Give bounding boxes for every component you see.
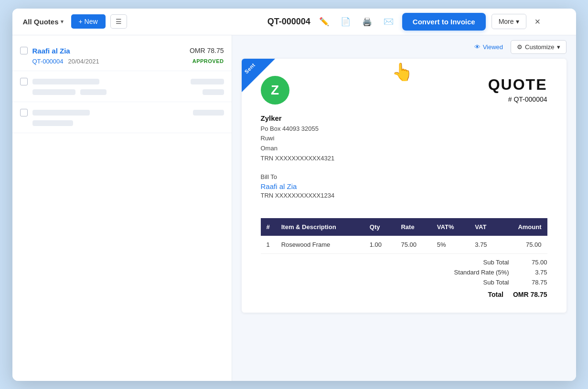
viewed-label: Viewed [483, 43, 503, 51]
standard-rate-label: Standard Rate (5%) [433, 269, 509, 276]
pdf-icon: 📄 [341, 17, 351, 26]
list-item-row2: QT-000004 20/04/2021 APPROVED [20, 58, 224, 65]
quote-amount: OMR 78.75 [190, 47, 224, 54]
row-qty: 1.00 [364, 236, 396, 254]
skeleton-ref [32, 120, 73, 126]
hamburger-icon: ☰ [116, 18, 122, 25]
col-rate: Rate [395, 218, 431, 236]
chevron-down-icon: ▾ [61, 19, 64, 25]
customize-label: Customize [525, 43, 554, 51]
list-item-row1: Raafi al Zia OMR 78.75 [20, 47, 224, 55]
right-panel-header: 👁 Viewed ⚙ Customize ▾ [232, 35, 576, 59]
sub-total-label: Sub Total [433, 259, 509, 266]
chevron-down-icon: ▾ [557, 43, 560, 51]
quote-ref: QT-000004 [32, 58, 64, 65]
viewed-link[interactable]: 👁 Viewed [474, 43, 503, 51]
print-icon: 🖨️ [362, 17, 372, 26]
skeleton-amount [193, 110, 224, 116]
skeleton-amount [191, 79, 224, 84]
app-window: All Quotes ▾ + New ☰ QT-000004 ✏️ 📄 🖨️ ✉… [12, 9, 576, 381]
table-row: 1 Rosewood Frame 1.00 75.00 5% 3.75 75.0… [261, 236, 547, 254]
more-label: More [499, 18, 514, 25]
top-bar: All Quotes ▾ + New ☰ QT-000004 ✏️ 📄 🖨️ ✉… [12, 9, 576, 35]
top-bar-center: QT-000004 ✏️ 📄 🖨️ ✉️ Convert to Invoice … [240, 13, 568, 31]
skeleton-item [12, 71, 232, 102]
item-checkbox[interactable] [20, 47, 28, 54]
sub-total-value: 75.00 [519, 259, 547, 266]
left-panel: Raafi al Zia OMR 78.75 QT-000004 20/04/2… [12, 35, 232, 381]
col-amount: Amount [501, 218, 547, 236]
new-button[interactable]: + New [71, 14, 106, 29]
company-trn: TRN XXXXXXXXXXX4321 [261, 154, 547, 164]
close-button[interactable]: × [535, 16, 541, 27]
right-panel: 👁 Viewed ⚙ Customize ▾ Sent Z [232, 35, 576, 381]
list-item[interactable]: Raafi al Zia OMR 78.75 QT-000004 20/04/2… [12, 41, 232, 71]
company-address: Po Box 44093 32055 Ruwi Oman TRN XXXXXXX… [261, 124, 547, 164]
company-info: Zylker Po Box 44093 32055 Ruwi Oman TRN … [261, 114, 547, 164]
quote-number: QT-000004 [513, 95, 547, 103]
row-num: 1 [261, 236, 276, 254]
doc-quote-num: # QT-000004 [488, 95, 547, 103]
print-button[interactable]: 🖨️ [359, 15, 375, 29]
chevron-down-icon: ▾ [516, 18, 519, 25]
items-table: # Item & Description Qty Rate VAT% VAT A… [261, 218, 547, 254]
quote-date: 20/04/2021 [68, 58, 99, 65]
quote-num-prefix: # [508, 95, 514, 103]
addr-line1: Po Box 44093 32055 [261, 124, 547, 134]
skeleton-checkbox [20, 78, 28, 85]
standard-rate-value: 3.75 [519, 269, 547, 276]
total-row: Total OMR 78.75 [427, 291, 547, 298]
all-quotes-label: All Quotes [23, 18, 59, 26]
bill-to-trn: TRN XXXXXXXXXXX1234 [261, 192, 547, 199]
customer-name: Raafi al Zia [32, 47, 185, 55]
doc-title-block: QUOTE # QT-000004 [488, 76, 547, 103]
col-description: Item & Description [276, 218, 364, 236]
skeleton-checkbox [20, 109, 28, 116]
list-view-button[interactable]: ☰ [110, 14, 127, 29]
customize-button[interactable]: ⚙ Customize ▾ [511, 40, 566, 54]
sent-ribbon [242, 59, 275, 92]
row-vat-pct: 5% [431, 236, 469, 254]
status-badge: APPROVED [192, 58, 224, 64]
all-quotes-button[interactable]: All Quotes ▾ [20, 16, 66, 28]
document-wrapper: Sent Z QUOTE # QT-000004 [232, 59, 576, 322]
convert-to-invoice-button[interactable]: Convert to Invoice [402, 13, 486, 31]
main-content: Raafi al Zia OMR 78.75 QT-000004 20/04/2… [12, 35, 576, 381]
row-vat: 3.75 [469, 236, 501, 254]
convert-button-label: Convert to Invoice [413, 18, 475, 26]
sub-total2-row: Sub Total 78.75 [433, 279, 547, 286]
row-rate: 75.00 [395, 236, 431, 254]
edit-icon: ✏️ [319, 17, 329, 26]
gear-icon: ⚙ [517, 43, 523, 51]
close-icon: × [535, 16, 541, 27]
edit-button[interactable]: ✏️ [316, 15, 332, 29]
col-num: # [261, 218, 276, 236]
col-vat-pct: VAT% [431, 218, 469, 236]
addr-line2: Ruwi [261, 134, 547, 144]
pdf-button[interactable]: 📄 [338, 15, 353, 29]
document-header: Z QUOTE # QT-000004 [261, 76, 547, 105]
eye-icon: 👁 [474, 43, 481, 51]
total-label: Total [427, 291, 503, 298]
doc-title: QUOTE [488, 76, 547, 94]
email-icon: ✉️ [384, 17, 394, 26]
email-button[interactable]: ✉️ [381, 15, 396, 29]
addr-line3: Oman [261, 144, 547, 154]
new-button-label: + New [79, 18, 98, 25]
document-body: Z QUOTE # QT-000004 Zylker [242, 59, 567, 313]
bill-to-name: Raafi al Zia [261, 182, 547, 190]
standard-rate-row: Standard Rate (5%) 3.75 [433, 269, 547, 276]
more-button[interactable]: More ▾ [492, 14, 526, 29]
skeleton-date [80, 89, 107, 95]
sub-total-row: Sub Total 75.00 [433, 259, 547, 266]
total-value: OMR 78.75 [513, 291, 547, 298]
bill-to-label: Bill To [261, 173, 547, 180]
quote-id: QT-000004 [267, 17, 310, 27]
company-name: Zylker [261, 114, 547, 122]
skeleton-name [32, 79, 99, 84]
skeleton-status [203, 89, 224, 95]
row-amount: 75.00 [501, 236, 547, 254]
col-vat: VAT [469, 218, 501, 236]
skeleton-ref [32, 89, 75, 95]
document: Sent Z QUOTE # QT-000004 [242, 59, 567, 313]
